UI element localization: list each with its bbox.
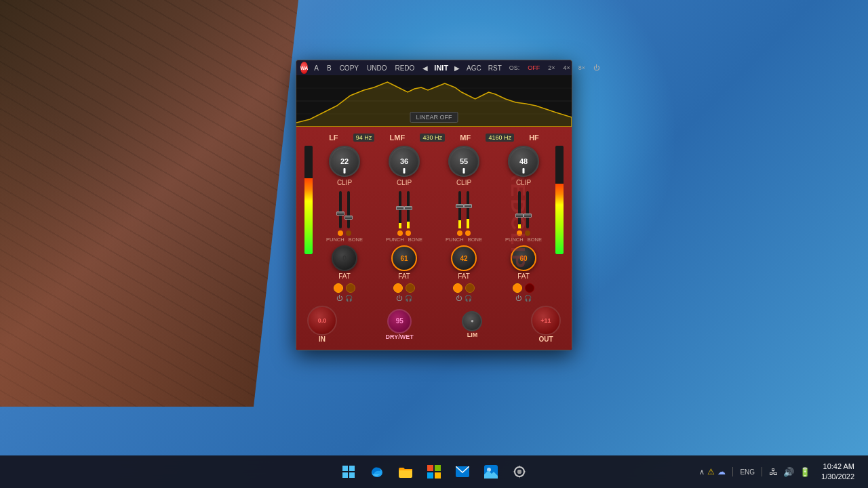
vu-meters-left	[304, 146, 313, 254]
power-button[interactable]: ⏻	[591, 64, 602, 72]
edge-taskbar-icon[interactable]	[365, 460, 389, 484]
clip-knob-mf[interactable]: 55	[448, 146, 479, 177]
settings-taskbar-icon[interactable]	[507, 460, 532, 484]
bone-fader-track-mf	[467, 191, 469, 228]
bone-sublabel-mf: BONE	[468, 237, 482, 243]
files-taskbar-icon[interactable]	[393, 460, 418, 484]
punch-fill-hf	[518, 224, 521, 228]
io-section: 0.0 IN 95 DRY/WET ● LIM +11 OU	[302, 303, 566, 344]
undo-button[interactable]: UNDO	[365, 64, 389, 73]
fat-knob-lmf[interactable]: 61	[391, 245, 417, 271]
bone-fader-thumb-mf[interactable]	[464, 204, 472, 208]
language-indicator[interactable]: ENG	[740, 468, 755, 476]
play-button[interactable]: ▶	[452, 64, 462, 73]
agc-button[interactable]: AGC	[465, 64, 484, 73]
ch-btn-r-mf[interactable]	[465, 283, 475, 293]
freq-hf[interactable]: 4160 Hz	[486, 134, 514, 142]
freq-mf[interactable]: 430 Hz	[420, 134, 445, 142]
power-icon-lf[interactable]: ⏻	[336, 295, 342, 302]
ch-btn-r-lf[interactable]	[346, 283, 355, 293]
3d-blocks-decoration	[0, 0, 298, 407]
taskbar-right: ∧ ⚠ ☁ ENG 🖧 🔊 🔋 10:42 AM 1/30/2022	[699, 460, 860, 484]
preset-a-button[interactable]: A	[312, 64, 321, 73]
redo-button[interactable]: REDO	[393, 64, 416, 73]
clip-value-hf: 48	[519, 157, 528, 165]
bone-fader-thumb-hf[interactable]	[524, 214, 532, 218]
store-taskbar-icon[interactable]	[422, 460, 446, 484]
clip-value-lf: 22	[340, 157, 349, 165]
headphone-icon-lmf[interactable]: 🎧	[405, 295, 412, 302]
punch-dot-lf	[338, 230, 343, 236]
mail-taskbar-icon[interactable]	[450, 460, 475, 484]
clip-knob-lmf[interactable]: 36	[389, 146, 420, 177]
lmf-label: LMF	[390, 134, 406, 142]
volume-icon[interactable]: 🔊	[783, 467, 794, 477]
vu-meter-r	[555, 146, 564, 254]
ch-btn-l-mf[interactable]	[453, 283, 462, 293]
in-value: 0.0	[318, 317, 327, 324]
arrow-button[interactable]: ◀	[420, 64, 430, 73]
ch-btn-l-lf[interactable]	[334, 283, 343, 293]
punch-fader-track-mf	[458, 191, 461, 228]
clip-label-lmf: CLIP	[397, 179, 412, 186]
power-icon-mf[interactable]: ⏻	[456, 295, 462, 302]
punch-fader-thumb[interactable]	[336, 211, 344, 216]
mf-punch-fader	[457, 191, 462, 236]
plugin-body: REDCLIP LF 94 Hz LMF 430 Hz MF 4160 Hz H…	[296, 127, 572, 350]
ch-btn-l-hf[interactable]	[513, 283, 522, 293]
os-4x-button[interactable]: 4×	[561, 64, 573, 72]
ch-btn-r-hf[interactable]	[525, 283, 534, 293]
headphone-icon-lf[interactable]: 🎧	[345, 295, 353, 302]
network-icon[interactable]: 🖧	[769, 467, 778, 477]
power-icon-lmf[interactable]: ⏻	[396, 295, 402, 302]
hf-faders	[517, 188, 530, 236]
fat-value-hf: 60	[519, 255, 527, 262]
fat-knob-hf[interactable]: 60	[511, 245, 536, 271]
lmf-ch-buttons	[393, 283, 415, 293]
clock-display[interactable]: 10:42 AM 1/30/2022	[816, 460, 860, 484]
preset-name: INIT	[434, 64, 448, 72]
out-knob[interactable]: +11	[531, 306, 561, 336]
battery-icon[interactable]: 🔋	[800, 467, 810, 477]
os-2x-button[interactable]: 2×	[545, 64, 557, 72]
linear-off-button[interactable]: LINEAR OFF	[410, 112, 458, 123]
fat-knob-lf[interactable]: 0	[332, 245, 357, 271]
time-display: 10:42 AM	[821, 462, 854, 472]
hf-label: HF	[529, 134, 539, 142]
lim-value: ●	[471, 318, 474, 324]
punch-fader-thumb-lmf[interactable]	[396, 206, 404, 210]
punch-fader-thumb-mf[interactable]	[456, 204, 464, 208]
dry-wet-knob[interactable]: 95	[387, 309, 412, 333]
cloud-icon[interactable]: ☁	[717, 467, 726, 476]
in-knob[interactable]: 0.0	[307, 306, 337, 336]
rst-button[interactable]: RST	[486, 64, 504, 73]
bone-sublabel-lf: BONE	[349, 237, 363, 243]
bone-fader-thumb[interactable]	[344, 216, 353, 220]
ch-btn-l-lmf[interactable]	[393, 283, 403, 293]
punch-sublabel-mf: PUNCH	[446, 237, 464, 243]
clip-knob-lf[interactable]: 22	[329, 146, 360, 177]
lmf-bone-fader	[406, 191, 411, 236]
photos-taskbar-icon[interactable]	[479, 460, 503, 484]
taskbar-center	[336, 460, 532, 484]
lim-knob[interactable]: ●	[462, 311, 482, 331]
chevron-icon[interactable]: ∧	[699, 468, 705, 476]
lf-label: LF	[329, 134, 338, 142]
headphone-icon-hf[interactable]: 🎧	[524, 295, 532, 302]
power-icon-hf[interactable]: ⏻	[515, 295, 521, 302]
ch-btn-r-lmf[interactable]	[406, 283, 415, 293]
os-off-button[interactable]: OFF	[525, 64, 542, 72]
headphone-icon-mf[interactable]: 🎧	[465, 295, 472, 302]
punch-fader-thumb-hf[interactable]	[515, 214, 524, 218]
os-8x-button[interactable]: 8×	[576, 64, 588, 72]
hf-ch-buttons	[513, 283, 534, 293]
bone-fader-thumb-lmf[interactable]	[404, 206, 412, 210]
warning-icon[interactable]: ⚠	[707, 467, 715, 476]
copy-button[interactable]: COPY	[338, 64, 361, 73]
preset-b-button[interactable]: B	[325, 64, 334, 73]
punch-dot-lmf	[397, 230, 403, 236]
fat-knob-mf[interactable]: 42	[451, 245, 477, 271]
clip-knob-hf[interactable]: 48	[508, 146, 539, 177]
start-button[interactable]	[336, 460, 361, 484]
freq-lmf[interactable]: 94 Hz	[353, 134, 375, 142]
